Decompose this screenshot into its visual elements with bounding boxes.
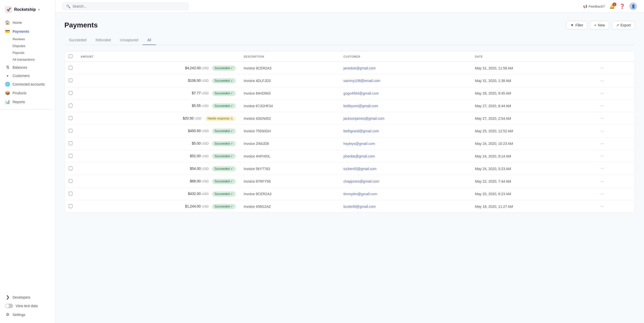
- test-data-toggle[interactable]: [5, 304, 13, 308]
- sidebar-sub-item-reviews[interactable]: Reviews: [0, 36, 55, 43]
- sidebar-sub-item-all-transactions[interactable]: All transactions: [0, 56, 55, 63]
- row-customer[interactable]: bethgrand@gmail.com: [339, 125, 471, 137]
- row-customer[interactable]: tucker45@gmail.com: [339, 163, 471, 175]
- row-actions[interactable]: ···: [595, 74, 635, 87]
- select-all-checkbox[interactable]: [69, 54, 72, 58]
- filter-button[interactable]: ▼ Filter: [566, 21, 587, 29]
- row-actions[interactable]: ···: [595, 175, 635, 188]
- row-customer[interactable]: sammy108@email.com: [339, 74, 471, 87]
- row-more-button[interactable]: ···: [599, 178, 606, 184]
- row-actions[interactable]: ···: [595, 62, 635, 74]
- row-checkbox[interactable]: [69, 167, 72, 170]
- help-icon[interactable]: ❓: [619, 4, 625, 9]
- row-customer[interactable]: gogo4564@gmail.com: [339, 87, 471, 100]
- row-more-button[interactable]: ···: [599, 77, 606, 84]
- search-wrapper[interactable]: 🔍: [62, 3, 188, 10]
- row-actions[interactable]: ···: [595, 150, 635, 163]
- sidebar-item-customers[interactable]: ● Customers: [0, 72, 55, 80]
- row-customer[interactable]: chapjones@gmail.com: [339, 175, 471, 188]
- sidebar-item-settings[interactable]: ⚙ Settings: [0, 310, 55, 319]
- row-checkbox-cell[interactable]: [65, 137, 76, 150]
- export-button[interactable]: ↗ Export: [612, 21, 635, 29]
- row-checkbox-cell[interactable]: [65, 163, 76, 175]
- row-checkbox-cell[interactable]: [65, 62, 76, 74]
- app-logo[interactable]: 🚀 Rocketship ▾: [0, 4, 55, 18]
- sidebar-item-developers[interactable]: ❯ Developers: [0, 293, 55, 302]
- row-checkbox[interactable]: [69, 129, 72, 133]
- search-input[interactable]: [72, 4, 184, 8]
- row-checkbox[interactable]: [69, 179, 72, 183]
- feedback-button[interactable]: 📢 Feedback?: [583, 5, 605, 8]
- sidebar-item-label: View test data: [16, 304, 38, 308]
- sidebar-sub-item-payouts[interactable]: Payouts: [0, 49, 55, 56]
- row-more-button[interactable]: ···: [599, 65, 606, 71]
- row-checkbox[interactable]: [69, 116, 72, 120]
- row-checkbox-cell[interactable]: [65, 74, 76, 87]
- sidebar-item-view-test-data[interactable]: View test data: [0, 302, 55, 310]
- row-checkbox[interactable]: [69, 192, 72, 195]
- row-customer[interactable]: hayleys@gmail.com: [339, 137, 471, 150]
- date-header: DATE: [471, 51, 595, 62]
- row-checkbox[interactable]: [69, 78, 72, 82]
- row-checkbox[interactable]: [69, 141, 72, 145]
- row-checkbox-cell[interactable]: [65, 150, 76, 163]
- row-customer[interactable]: janedoe@gmail.com: [339, 62, 471, 74]
- sidebar-item-connected-accounts[interactable]: 🌐 Connected accounts: [0, 80, 55, 89]
- row-more-button[interactable]: ···: [599, 153, 606, 159]
- sidebar-item-products[interactable]: 📦 Products: [0, 89, 55, 97]
- table-row: $4,242.00 USD Succeeded ✓ Invoice 9CER2A…: [65, 62, 635, 74]
- row-actions[interactable]: ···: [595, 125, 635, 137]
- row-checkbox[interactable]: [69, 104, 72, 107]
- row-actions[interactable]: ···: [595, 112, 635, 125]
- row-checkbox-cell[interactable]: [65, 125, 76, 137]
- row-checkbox[interactable]: [69, 91, 72, 95]
- row-customer[interactable]: pheobe@gmail.com: [339, 150, 471, 163]
- row-customer[interactable]: busterbl@gmail.com: [339, 200, 471, 213]
- row-actions[interactable]: ···: [595, 137, 635, 150]
- row-actions[interactable]: ···: [595, 87, 635, 100]
- sidebar-sub-item-disputes[interactable]: Disputes: [0, 43, 55, 49]
- sidebar-item-label: Home: [13, 21, 22, 25]
- row-more-button[interactable]: ···: [599, 103, 606, 109]
- user-avatar[interactable]: 👤: [629, 3, 637, 10]
- row-checkbox-cell[interactable]: [65, 188, 76, 200]
- tab-all[interactable]: All: [143, 35, 156, 45]
- search-icon: 🔍: [66, 4, 70, 8]
- tab-refunded[interactable]: Refunded: [91, 35, 115, 45]
- row-more-button[interactable]: ···: [599, 128, 606, 134]
- row-actions[interactable]: ···: [595, 188, 635, 200]
- row-more-button[interactable]: ···: [599, 166, 606, 172]
- row-checkbox[interactable]: [69, 66, 72, 70]
- row-customer[interactable]: timmytim@gmail.com: [339, 188, 471, 200]
- sidebar-item-home[interactable]: 🏠 Home: [0, 18, 55, 27]
- new-button[interactable]: + New: [590, 21, 609, 29]
- tab-uncaptured[interactable]: Uncaptured: [115, 35, 143, 45]
- tab-succeeded[interactable]: Succeeded: [64, 35, 91, 45]
- notifications-button[interactable]: 🔔 1: [609, 4, 615, 9]
- row-checkbox-cell[interactable]: [65, 112, 76, 125]
- row-checkbox-cell[interactable]: [65, 175, 76, 188]
- row-more-button[interactable]: ···: [599, 140, 606, 146]
- row-description: Invoice 67JGHF34: [240, 100, 340, 112]
- row-more-button[interactable]: ···: [599, 115, 606, 121]
- row-more-button[interactable]: ···: [599, 90, 606, 96]
- row-actions[interactable]: ···: [595, 163, 635, 175]
- row-more-button[interactable]: ···: [599, 203, 606, 209]
- sidebar-item-label: Customers: [13, 74, 30, 78]
- row-checkbox-cell[interactable]: [65, 87, 76, 100]
- row-customer[interactable]: jacksonjames@gmail.com: [339, 112, 471, 125]
- row-amount: $5.55 USD Succeeded ✓: [76, 100, 240, 112]
- sidebar-item-balances[interactable]: ⇅ Balances: [0, 63, 55, 72]
- row-checkbox[interactable]: [69, 204, 72, 208]
- row-actions[interactable]: ···: [595, 100, 635, 112]
- row-customer[interactable]: bobbysmi@gmail.com: [339, 100, 471, 112]
- home-icon: 🏠: [5, 20, 10, 25]
- sidebar-item-reports[interactable]: 📊 Reports: [0, 97, 55, 106]
- row-more-button[interactable]: ···: [599, 191, 606, 197]
- row-checkbox[interactable]: [69, 154, 72, 158]
- select-all-header[interactable]: [65, 51, 76, 62]
- row-checkbox-cell[interactable]: [65, 100, 76, 112]
- row-actions[interactable]: ···: [595, 200, 635, 213]
- sidebar-item-payments[interactable]: 💳 Payments: [0, 27, 55, 36]
- row-checkbox-cell[interactable]: [65, 200, 76, 213]
